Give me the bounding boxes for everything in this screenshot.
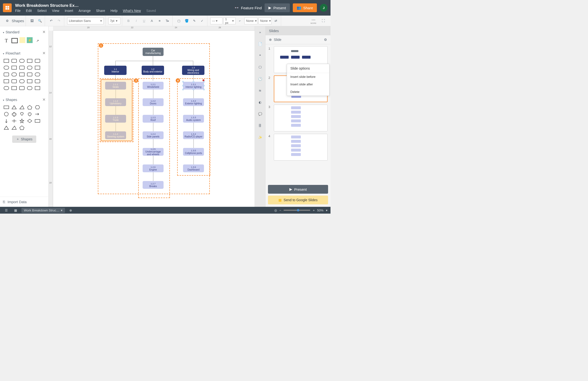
app-logo[interactable] [3, 3, 12, 12]
section-flowchart[interactable]: ▾Flowchart ✕ [3, 49, 45, 57]
diagram-node[interactable]: 1.1Interior [104, 66, 126, 75]
line-width-select[interactable]: 1 px ▾ [223, 18, 236, 24]
menu-view[interactable]: View [52, 9, 59, 13]
shape-options-icon[interactable]: ✓ [199, 18, 206, 24]
menu-file[interactable]: File [15, 9, 21, 13]
diagram-node[interactable]: 1.2.5Undercarriage and wheels [143, 148, 164, 156]
document-title[interactable]: Work Breakdown Structure Ex… [15, 3, 234, 8]
gear-icon[interactable]: ⚙ [4, 18, 11, 24]
flowchart-shape[interactable] [26, 85, 33, 91]
basic-shape[interactable] [11, 118, 18, 124]
page-icon[interactable]: 📄 [257, 40, 264, 47]
basic-shape[interactable] [19, 104, 25, 110]
flowchart-shape[interactable] [19, 72, 25, 77]
shapes-toolbar-label[interactable]: Shapes [12, 19, 24, 23]
share-button[interactable]: 👥 Share [293, 3, 317, 12]
diagram-node[interactable]: 1.3.3Audio system [183, 115, 204, 123]
layers-icon[interactable]: ≋ [257, 87, 264, 94]
slides-present-button[interactable]: ▶ Present [268, 185, 328, 194]
basic-shape[interactable] [3, 104, 10, 110]
line-start-select[interactable]: None ▾ [244, 18, 257, 24]
italic-icon[interactable]: I [133, 18, 140, 24]
font-select[interactable]: Liberation Sans▾ [67, 18, 104, 24]
flowchart-shape[interactable] [34, 85, 41, 91]
flowchart-shape[interactable] [19, 65, 25, 71]
comment-icon[interactable]: ❝ [257, 52, 264, 59]
menu-select[interactable]: Select [37, 9, 47, 13]
data-icon[interactable]: 🗄 [257, 122, 264, 129]
diagram-node[interactable]: 1.2.4Side panels [143, 131, 164, 139]
section-shapes[interactable]: ▾Shapes ✕ [3, 96, 45, 103]
menu-edit[interactable]: Edit [26, 9, 32, 13]
menu-share[interactable]: Share [96, 9, 105, 13]
diagram-node[interactable]: 1.2.1Windshield [143, 82, 164, 90]
basic-shape[interactable] [3, 111, 10, 117]
basic-shape[interactable] [3, 118, 10, 124]
line-style-select[interactable]: — ▾ [210, 18, 222, 24]
crop-icon[interactable]: ▢ [175, 18, 182, 24]
underline-icon[interactable]: U [141, 18, 147, 24]
diagram-node[interactable]: 1.2.7Breaks [143, 181, 164, 189]
flowchart-shape[interactable] [19, 58, 25, 64]
zoom-out-icon[interactable]: − [279, 208, 281, 212]
bolt-shape[interactable]: ⚡ [27, 37, 33, 43]
flowchart-shape[interactable] [11, 65, 18, 71]
gear-icon[interactable]: ⚙ [324, 38, 327, 41]
basic-shape[interactable] [11, 111, 18, 117]
diagram-node[interactable]: Car manufacturing [143, 48, 164, 56]
basic-shape[interactable] [34, 118, 41, 124]
menu-help[interactable]: Help [110, 9, 118, 13]
close-icon[interactable]: ✕ [42, 97, 45, 102]
flowchart-shape[interactable] [26, 78, 33, 84]
rect-shape[interactable] [11, 37, 18, 44]
flowchart-shape[interactable] [34, 65, 41, 71]
flowchart-shape[interactable] [19, 78, 25, 84]
flowchart-shape[interactable] [11, 72, 18, 77]
line-shape-icon[interactable]: ⌐ [237, 18, 243, 24]
text-shape[interactable]: T [3, 37, 10, 44]
add-slide-button[interactable]: ⊕ Slide [269, 38, 281, 41]
text-options-icon[interactable]: T▸ [164, 18, 171, 24]
font-size-select[interactable]: 7pt▾ [108, 18, 121, 24]
basic-shape[interactable] [11, 125, 18, 131]
target-icon[interactable]: ◎ [274, 208, 277, 212]
bold-icon[interactable]: B [125, 18, 132, 24]
flowchart-shape[interactable] [11, 78, 18, 84]
flowchart-shape[interactable] [3, 78, 10, 84]
zoom-in-icon[interactable]: + [313, 208, 315, 212]
swap-icon[interactable]: ⇄ [273, 18, 279, 24]
present-button[interactable]: ▶ Present [265, 3, 290, 12]
undo-icon[interactable]: ↶ [48, 18, 55, 24]
chat-icon[interactable]: 💬 [257, 110, 264, 117]
collapse-icon[interactable]: » [257, 29, 264, 36]
search-icon[interactable]: 🔍 [37, 18, 43, 24]
diagram-node[interactable]: 1.3.2Exterior lighting [183, 98, 204, 106]
diagram-node[interactable]: 1.2.6Engine [143, 164, 164, 172]
section-standard[interactable]: ▾Standard ✕ [3, 28, 45, 36]
close-icon[interactable]: ✕ [42, 30, 45, 34]
diagram-node[interactable]: 1.3.6Dashboard [183, 164, 204, 172]
basic-shape[interactable] [19, 125, 25, 131]
diagram-node[interactable]: 1.2.3Roof [143, 115, 164, 123]
pencil-icon[interactable]: ✎ [191, 18, 198, 24]
flowchart-shape[interactable] [11, 85, 18, 91]
zoom-value[interactable]: 50% [317, 208, 323, 212]
redo-icon[interactable]: ↷ [56, 18, 63, 24]
arrow-shape[interactable]: ↗ [34, 37, 41, 44]
basic-shape[interactable] [26, 111, 33, 117]
flowchart-shape[interactable] [34, 72, 41, 77]
menu-arrange[interactable]: Arrange [79, 9, 91, 13]
flowchart-shape[interactable] [26, 65, 33, 71]
add-shapes-button[interactable]: ＋ Shapes [12, 136, 36, 143]
history-icon[interactable]: 🕐 [257, 75, 264, 82]
list-icon[interactable]: ☰ [3, 207, 10, 214]
diagram-node[interactable]: 1.3.5Cellphone ports [183, 148, 204, 156]
align-icon[interactable]: ≡ [156, 18, 163, 24]
line-end-select[interactable]: None ▾ [258, 18, 272, 24]
fill-icon[interactable]: 🪣 [183, 18, 190, 24]
basic-shape[interactable] [11, 104, 18, 110]
slide-thumbnail-4[interactable] [274, 134, 328, 160]
import-data-button[interactable]: ⎘ Import Data [0, 197, 48, 207]
flowchart-shape[interactable] [26, 58, 33, 64]
canvas[interactable]: Car manufacturing1.1Interior1.2Body and … [53, 31, 254, 207]
